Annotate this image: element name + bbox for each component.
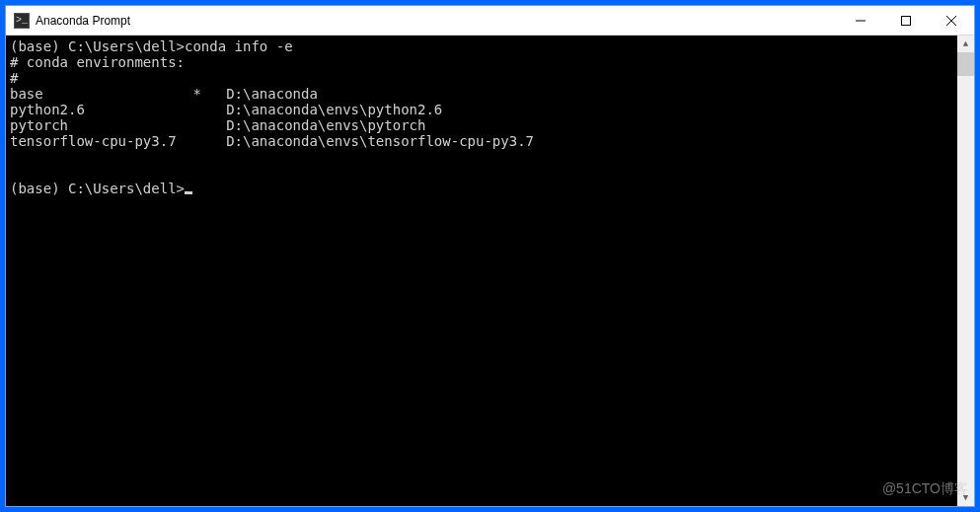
close-icon (946, 16, 956, 26)
app-icon: >_ (14, 13, 30, 29)
env-row: pytorch D:\anaconda\envs\pytorch (10, 117, 953, 133)
env-row: python2.6 D:\anaconda\envs\python2.6 (10, 102, 953, 117)
env-path: D:\anaconda\envs\python2.6 (226, 102, 442, 117)
env-name: python2.6 (10, 102, 192, 117)
terminal-container: (base) C:\Users\dell>conda info -e# cond… (6, 36, 974, 506)
env-name: pytorch (10, 117, 192, 133)
maximize-button[interactable] (883, 6, 929, 35)
prompt: (base) C:\Users\dell> (10, 38, 185, 54)
env-path: D:\anaconda (226, 86, 318, 102)
svg-rect-1 (902, 16, 911, 25)
close-button[interactable] (929, 6, 974, 35)
env-path: D:\anaconda\envs\pytorch (226, 117, 425, 133)
env-name: tensorflow-cpu-py3.7 (10, 133, 192, 149)
minimize-icon (856, 16, 866, 26)
env-active (192, 117, 226, 133)
scroll-down-arrow-icon[interactable]: ▼ (957, 489, 974, 506)
window-title: Anaconda Prompt (36, 14, 838, 28)
app-window: >_ Anaconda Prompt (base) C:\Users\dell>… (6, 6, 974, 506)
env-active (192, 133, 226, 149)
vertical-scrollbar[interactable]: ▲ ▼ (957, 36, 974, 506)
output-line: # (10, 70, 953, 86)
terminal-output[interactable]: (base) C:\Users\dell>conda info -e# cond… (6, 36, 957, 506)
prompt: (base) C:\Users\dell> (10, 181, 185, 196)
command-text: conda info -e (185, 38, 293, 54)
maximize-icon (901, 16, 911, 26)
env-name: base (10, 86, 192, 102)
minimize-button[interactable] (838, 6, 883, 35)
window-controls (838, 6, 974, 35)
cursor (185, 191, 192, 194)
env-active (192, 102, 226, 117)
env-row: base*D:\anaconda (10, 86, 953, 102)
output-line: # conda environments: (10, 54, 953, 70)
scroll-thumb[interactable] (957, 52, 974, 76)
env-row: tensorflow-cpu-py3.7 D:\anaconda\envs\te… (10, 133, 953, 149)
env-active: * (192, 86, 226, 102)
scroll-up-arrow-icon[interactable]: ▲ (957, 36, 974, 52)
env-path: D:\anaconda\envs\tensorflow-cpu-py3.7 (226, 133, 534, 149)
titlebar[interactable]: >_ Anaconda Prompt (6, 6, 974, 36)
